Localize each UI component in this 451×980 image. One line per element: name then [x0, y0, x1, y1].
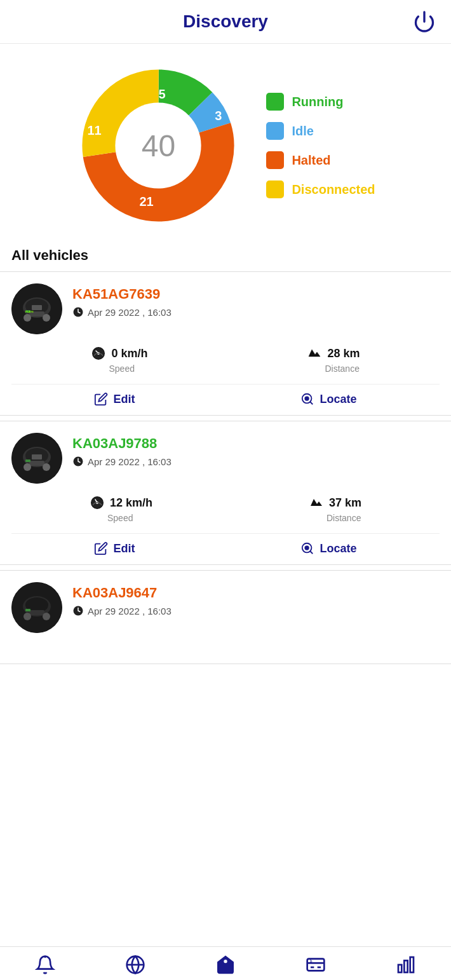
vehicle-header-1: PLATE KA51AG7639 Apr 29 2022 , 16:03: [11, 283, 440, 334]
vehicle-info-2: KA03AJ9788 Apr 29 2022 , 16:03: [72, 433, 172, 467]
legend-label-idle: Idle: [292, 124, 313, 139]
legend-idle: Idle: [266, 122, 375, 140]
stat-speed-value-2: 12 km/h: [90, 495, 152, 510]
distance-text-2: 37 km: [329, 496, 361, 510]
legend-label-running: Running: [292, 95, 343, 109]
vehicle-info-3: KA03AJ9647 Apr 29 2022 , 16:03: [72, 582, 172, 616]
speed-label-2: Speed: [90, 513, 133, 523]
bottom-nav: $: [0, 946, 451, 980]
nav-alerts[interactable]: [35, 955, 55, 975]
app-title: Discovery: [183, 11, 268, 32]
seg-label-halted: 21: [139, 194, 153, 209]
stat-distance-value-2: 37 km: [309, 495, 361, 510]
seg-label-idle: 3: [215, 109, 222, 123]
legend-box-halted: [266, 151, 284, 169]
speed-label-1: Speed: [91, 364, 134, 374]
vehicle-stats-2: 12 km/h Speed 37 km Distance: [11, 495, 440, 523]
vehicle-avatar-2: [11, 433, 62, 484]
vehicle-actions-2: Edit Locate: [11, 533, 440, 555]
legend-disconnected: Disconnected: [266, 180, 375, 198]
vehicle-actions-1: Edit Locate: [11, 384, 440, 406]
svg-point-45: [224, 960, 227, 963]
svg-rect-51: [398, 965, 401, 972]
stat-speed-2: 12 km/h Speed: [90, 495, 152, 523]
vehicle-card: PLATE KA51AG7639 Apr 29 2022 , 16:03: [0, 271, 451, 416]
nav-map[interactable]: [125, 955, 145, 975]
nav-home[interactable]: [215, 955, 236, 975]
vehicle-card-3: KA03AJ9647 Apr 29 2022 , 16:03: [0, 570, 451, 664]
section-title: All vehicles: [0, 241, 451, 271]
locate-icon-1: [300, 392, 314, 406]
distance-label-2: Distance: [309, 513, 361, 523]
svg-point-6: [24, 314, 31, 322]
home-icon: [215, 955, 236, 975]
legend-label-disconnected: Disconnected: [292, 182, 375, 197]
legend-label-halted: Halted: [292, 153, 330, 168]
donut-chart: 40 5 3 21 11: [76, 63, 241, 228]
stat-speed-1: 0 km/h Speed: [91, 346, 147, 374]
distance-icon-2: [309, 495, 324, 510]
vehicle-stats-1: 0 km/h Speed 28 km Distance: [11, 346, 440, 374]
vehicle-time-text-3: Apr 29 2022 , 16:03: [88, 606, 172, 616]
vehicle-time-3: Apr 29 2022 , 16:03: [72, 605, 172, 616]
vehicle-time-text-2: Apr 29 2022 , 16:03: [88, 456, 172, 467]
svg-rect-53: [410, 957, 414, 972]
locate-button-2[interactable]: Locate: [300, 541, 356, 555]
chart-section: 40 5 3 21 11 Running Idle Halted Disconn…: [0, 44, 451, 241]
vehicle-img-1: PLATE: [11, 283, 62, 334]
svg-point-42: [44, 956, 46, 958]
power-icon[interactable]: [413, 10, 436, 33]
svg-point-17: [306, 397, 309, 400]
bell-icon: [35, 955, 55, 975]
seg-label-disconnected: 11: [87, 123, 101, 138]
legend-running: Running: [266, 93, 375, 111]
clock-icon-1: [72, 306, 84, 318]
svg-point-38: [24, 613, 31, 620]
svg-point-24: [43, 463, 50, 471]
svg-rect-25: [25, 459, 30, 462]
chart-icon: [396, 955, 416, 975]
chart-legend: Running Idle Halted Disconnected: [266, 93, 375, 198]
edit-icon-2: [94, 541, 108, 555]
vehicle-img-3: [11, 582, 62, 633]
locate-button-1[interactable]: Locate: [300, 392, 356, 406]
vehicle-img-2: [11, 433, 62, 484]
edit-label-1: Edit: [113, 393, 135, 406]
vehicle-time-text-1: Apr 29 2022 , 16:03: [88, 307, 172, 318]
billing-icon: $: [306, 955, 326, 975]
distance-icon-1: [307, 346, 322, 361]
stat-distance-2: 37 km Distance: [309, 495, 361, 523]
vehicle-card-2: KA03AJ9788 Apr 29 2022 , 16:03: [0, 421, 451, 565]
stat-distance-value-1: 28 km: [307, 346, 360, 361]
svg-text:PLATE: PLATE: [25, 310, 34, 313]
edit-button-2[interactable]: Edit: [94, 541, 135, 555]
vehicle-time-2: Apr 29 2022 , 16:03: [72, 456, 172, 467]
edit-label-2: Edit: [113, 542, 135, 555]
svg-rect-37: [29, 610, 44, 615]
svg-rect-52: [404, 960, 407, 972]
svg-point-23: [24, 463, 31, 471]
edit-button-1[interactable]: Edit: [94, 392, 135, 406]
nav-analytics[interactable]: [396, 955, 416, 975]
vehicle-header-3: KA03AJ9647 Apr 29 2022 , 16:03: [11, 582, 440, 633]
app-header: Discovery: [0, 0, 451, 44]
svg-line-32: [311, 551, 313, 554]
stat-distance-1: 28 km Distance: [307, 346, 360, 374]
vehicle-avatar-1: PLATE: [11, 283, 62, 334]
vehicle-plate-2: KA03AJ9788: [72, 435, 172, 452]
svg-point-33: [306, 546, 309, 550]
nav-billing[interactable]: $: [306, 955, 326, 975]
svg-point-39: [43, 613, 50, 620]
distance-label-1: Distance: [307, 364, 359, 374]
svg-rect-5: [32, 305, 42, 310]
stat-speed-value-1: 0 km/h: [91, 346, 147, 361]
speed-text-2: 12 km/h: [110, 496, 152, 510]
legend-box-disconnected: [266, 180, 284, 198]
svg-text:$: $: [310, 958, 313, 963]
edit-icon-1: [94, 392, 108, 406]
svg-point-7: [43, 314, 50, 322]
clock-icon-3: [72, 605, 84, 616]
vehicle-avatar-3: [11, 582, 62, 633]
vehicles-section: All vehicles PLATE KA51AG7639: [0, 241, 451, 768]
legend-box-running: [266, 93, 284, 111]
